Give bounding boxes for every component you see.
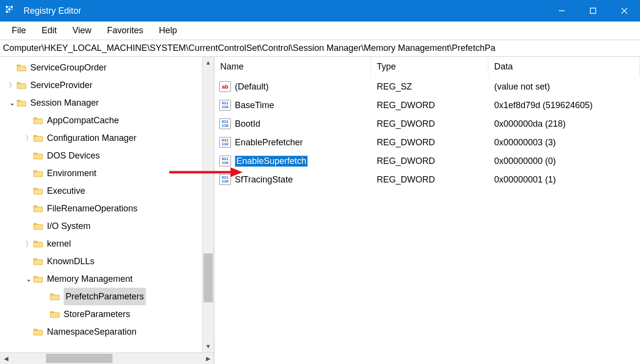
tree-item-label: FileRenameOperations <box>47 200 137 217</box>
svg-rect-3 <box>6 8 8 10</box>
folder-icon <box>50 309 60 319</box>
value-row[interactable]: 011110BaseTimeREG_DWORD0x1ef8d79d (51962… <box>214 96 640 114</box>
value-name: BaseTime <box>235 100 274 111</box>
binary-value-icon: 011110 <box>219 156 231 166</box>
tree-item-label: Memory Management <box>47 270 133 288</box>
tree-item-label: StoreParameters <box>64 305 130 323</box>
collapse-icon[interactable]: ⌄ <box>8 94 17 112</box>
column-header-name[interactable]: Name <box>214 57 371 76</box>
folder-icon <box>17 98 26 108</box>
maximize-button[interactable] <box>577 0 609 22</box>
menu-file[interactable]: File <box>4 23 34 38</box>
value-row[interactable]: ab(Default)REG_SZ(value not set) <box>214 77 640 96</box>
value-name: EnablePrefetcher <box>235 137 303 148</box>
value-type: REG_DWORD <box>371 119 488 129</box>
folder-icon <box>33 256 43 266</box>
scroll-up-arrow[interactable]: ▲ <box>203 57 214 68</box>
tree-item[interactable]: 〉ServiceProvider <box>0 76 214 94</box>
svg-rect-7 <box>8 11 10 13</box>
column-header-type[interactable]: Type <box>371 57 488 76</box>
registry-tree[interactable]: ServiceGroupOrder〉ServiceProvider⌄Sessio… <box>0 59 214 341</box>
tree-item-label: Executive <box>47 182 85 200</box>
scroll-left-arrow[interactable]: ◀ <box>0 353 12 364</box>
tree-item[interactable]: 〉Configuration Manager <box>0 129 214 147</box>
binary-value-icon: 011110 <box>219 137 231 148</box>
value-data: 0x1ef8d79d (519624605) <box>488 100 640 111</box>
tree-pane: ServiceGroupOrder〉ServiceProvider⌄Sessio… <box>0 57 214 364</box>
tree-item[interactable]: ⌄Session Manager <box>0 94 214 112</box>
tree-item-label: PrefetchParameters <box>64 288 146 305</box>
value-row[interactable]: 011110EnableSuperfetchREG_DWORD0x0000000… <box>214 152 640 170</box>
menu-help[interactable]: Help <box>151 23 185 38</box>
tree-item[interactable]: ServiceGroupOrder <box>0 59 214 76</box>
svg-rect-0 <box>6 6 8 8</box>
folder-icon <box>33 274 43 284</box>
values-pane: Name Type Data ab(Default)REG_SZ(value n… <box>214 57 640 364</box>
tree-item[interactable]: StoreParameters <box>0 305 214 323</box>
binary-value-icon: 011110 <box>219 100 231 111</box>
expand-icon[interactable]: 〉 <box>24 129 33 147</box>
address-bar[interactable]: Computer\HKEY_LOCAL_MACHINE\SYSTEM\Curre… <box>0 40 640 57</box>
value-data: 0x000000da (218) <box>488 119 640 129</box>
tree-item[interactable]: AppCompatCache <box>0 112 214 129</box>
scroll-down-arrow[interactable]: ▼ <box>203 341 214 352</box>
tree-item[interactable]: KnownDLLs <box>0 252 214 270</box>
value-name: EnableSuperfetch <box>235 156 308 167</box>
tree-item-label: kernel <box>47 235 71 252</box>
svg-rect-5 <box>11 8 13 10</box>
tree-item-label: KnownDLLs <box>47 252 94 270</box>
menu-favorites[interactable]: Favorites <box>99 23 151 38</box>
tree-item-label: Configuration Manager <box>47 129 137 147</box>
tree-item-label: I/O System <box>47 217 91 235</box>
app-icon <box>4 4 18 18</box>
value-type: REG_DWORD <box>371 175 488 185</box>
title-bar: Registry Editor <box>0 0 640 22</box>
minimize-button[interactable] <box>546 0 577 22</box>
tree-item[interactable]: NamespaceSeparation <box>0 323 214 341</box>
folder-icon <box>50 292 60 301</box>
svg-rect-4 <box>8 8 10 10</box>
window-title: Registry Editor <box>23 6 81 16</box>
value-type: REG_DWORD <box>371 156 488 166</box>
tree-item[interactable]: Environment <box>0 164 214 182</box>
menu-bar: File Edit View Favorites Help <box>0 22 640 40</box>
folder-icon <box>33 168 43 178</box>
value-data: 0x00000003 (3) <box>488 137 640 148</box>
tree-vertical-scrollbar[interactable]: ▲ ▼ <box>202 57 214 352</box>
tree-item[interactable]: ⌄Memory Management <box>0 270 214 288</box>
content-area: ServiceGroupOrder〉ServiceProvider⌄Sessio… <box>0 57 640 364</box>
tree-item[interactable]: DOS Devices <box>0 147 214 164</box>
svg-rect-9 <box>591 8 596 14</box>
folder-icon <box>33 204 43 213</box>
tree-horizontal-scrollbar[interactable]: ◀ ▶ <box>0 352 214 364</box>
value-row[interactable]: 011110SfTracingStateREG_DWORD0x00000001 … <box>214 170 640 189</box>
tree-item[interactable]: PrefetchParameters <box>0 288 214 305</box>
tree-item[interactable]: 〉kernel <box>0 235 214 252</box>
values-list[interactable]: ab(Default)REG_SZ(value not set)011110Ba… <box>214 76 640 364</box>
value-row[interactable]: 011110EnablePrefetcherREG_DWORD0x0000000… <box>214 133 640 152</box>
address-text: Computer\HKEY_LOCAL_MACHINE\SYSTEM\Curre… <box>3 43 495 53</box>
scroll-right-arrow[interactable]: ▶ <box>202 353 214 364</box>
folder-icon <box>33 239 43 249</box>
value-row[interactable]: 011110BootIdREG_DWORD0x000000da (218) <box>214 114 640 133</box>
tree-item-label: NamespaceSeparation <box>47 323 137 341</box>
svg-rect-2 <box>11 6 13 8</box>
value-name: SfTracingState <box>235 175 293 185</box>
tree-item[interactable]: FileRenameOperations <box>0 200 214 217</box>
menu-edit[interactable]: Edit <box>34 23 65 38</box>
value-type: REG_DWORD <box>371 100 488 111</box>
column-header-data[interactable]: Data <box>488 57 640 76</box>
tree-item-label: AppCompatCache <box>47 112 119 129</box>
tree-item[interactable]: I/O System <box>0 217 214 235</box>
binary-value-icon: 011110 <box>219 118 231 129</box>
folder-icon <box>33 327 43 337</box>
value-name: (Default) <box>235 82 269 92</box>
menu-view[interactable]: View <box>65 23 99 38</box>
value-data: 0x00000001 (1) <box>488 175 640 185</box>
close-button[interactable] <box>609 0 640 22</box>
collapse-icon[interactable]: ⌄ <box>24 270 33 288</box>
tree-item-label: DOS Devices <box>47 147 100 164</box>
expand-icon[interactable]: 〉 <box>24 235 33 252</box>
tree-item[interactable]: Executive <box>0 182 214 200</box>
expand-icon[interactable]: 〉 <box>8 76 17 94</box>
